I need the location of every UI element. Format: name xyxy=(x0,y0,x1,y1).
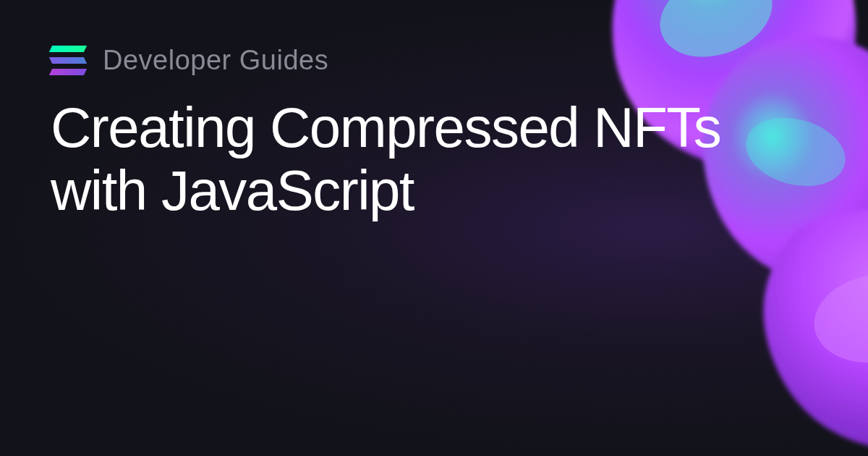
content-container: Developer Guides Creating Compressed NFT… xyxy=(0,0,868,268)
page-title: Creating Compressed NFTs with JavaScript xyxy=(51,96,738,223)
category-label: Developer Guides xyxy=(103,45,328,76)
header: Developer Guides xyxy=(51,45,817,76)
solana-logo-icon xyxy=(51,46,85,76)
